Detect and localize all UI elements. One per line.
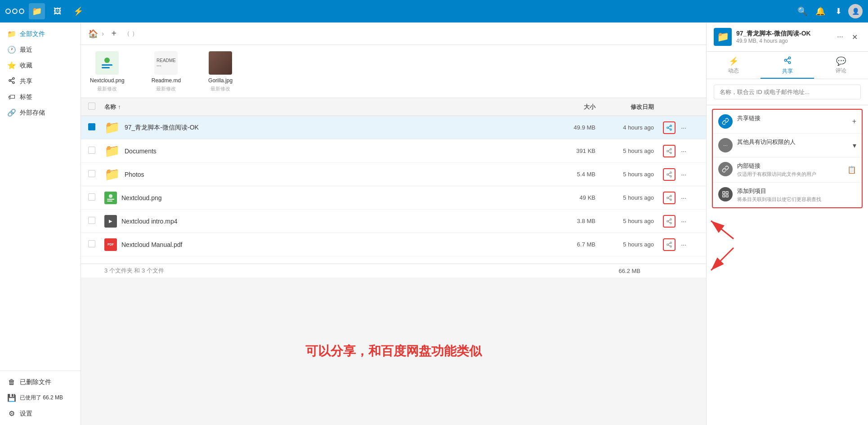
preview-item-0[interactable]: Nextcloud.png 最新修改 (90, 50, 125, 92)
share-link-add-btn[interactable]: + (852, 117, 856, 125)
tab-activity[interactable]: ⚡ 动态 (707, 52, 761, 79)
file-row[interactable]: PDF Nextcloud Manual.pdf 6.7 MB 5 hours … (81, 233, 706, 256)
other-users-item[interactable]: ··· 其他具有访问权限的人 ▾ (713, 134, 862, 157)
preview-item-2[interactable]: Gorilla.jpg 最新修改 (208, 50, 233, 92)
row-check[interactable] (88, 170, 104, 179)
user-avatar[interactable]: 👤 (848, 4, 863, 18)
sidebar-item-label: 设置 (20, 410, 32, 418)
more-btn[interactable]: ··· (677, 215, 690, 228)
row-date: 5 hours ago (604, 241, 663, 248)
folder-icon: 📁 (32, 6, 42, 16)
sidebar-item-all-files[interactable]: 📁 全部文件 (0, 26, 81, 42)
more-btn[interactable]: ··· (677, 145, 690, 157)
svg-rect-24 (107, 199, 114, 200)
internal-link-item[interactable]: 内部链接 仅适用于有权限访问此文件夹的用户 📋 (713, 157, 862, 183)
topbar: 📁 🖼 ⚡ 🔍 🔔 ⬇ 👤 (0, 0, 868, 22)
svg-line-40 (668, 243, 670, 244)
files-nav-btn[interactable]: 📁 (29, 3, 45, 19)
share-btn[interactable] (663, 192, 676, 204)
row-date: 5 hours ago (604, 171, 663, 178)
more-btn[interactable]: ··· (677, 121, 690, 134)
svg-line-17 (668, 149, 670, 150)
sidebar-item-label: 全部文件 (20, 30, 45, 38)
more-btn[interactable]: ··· (677, 168, 690, 181)
sidebar-item-deleted[interactable]: 🗑 已删除文件 (0, 375, 81, 390)
download-btn[interactable]: ⬇ (830, 3, 846, 19)
other-users-expand-btn[interactable]: ▾ (853, 141, 856, 150)
preview-sub-0: 最新修改 (97, 85, 117, 92)
tag-icon: 🏷 (7, 93, 16, 101)
rp-title-area: 97_青龙脚本-微信阅读-OK 49.9 MB, 4 hours ago (736, 30, 829, 44)
tab-sharing[interactable]: 共享 (761, 52, 814, 79)
topbar-right: 🔍 🔔 ⬇ 👤 (794, 3, 863, 19)
svg-line-39 (668, 245, 670, 246)
share-search-input[interactable] (714, 85, 861, 99)
notifications-btn[interactable]: 🔔 (812, 3, 828, 19)
bell-icon: 🔔 (815, 6, 825, 16)
other-users-title: 其他具有访问权限的人 (737, 138, 848, 146)
check-all[interactable] (88, 103, 104, 111)
col-date[interactable]: 修改日期 (604, 103, 663, 111)
sidebar-item-settings[interactable]: ⚙ 设置 (0, 406, 81, 421)
sidebar-item-favorites[interactable]: ⭐ 收藏 (0, 58, 81, 73)
file-row[interactable]: ▶ Nextcloud intro.mp4 3.8 MB 5 hours ago… (81, 210, 706, 233)
file-row[interactable]: 📁 97_青龙脚本-微信阅读-OK 49.9 MB 4 hours ago ··… (81, 116, 706, 139)
sidebar-item-tags[interactable]: 🏷 标签 (0, 89, 81, 105)
share-btn[interactable] (663, 238, 676, 251)
comments-tab-icon: 💬 (836, 56, 846, 66)
close-panel-btn[interactable]: ✕ (848, 31, 861, 43)
row-name: ▶ Nextcloud intro.mp4 (104, 215, 559, 228)
svg-rect-49 (723, 195, 725, 197)
row-actions: ··· (663, 215, 699, 228)
file-row[interactable]: Nextcloud.png 49 KB 5 hours ago ··· (81, 186, 706, 210)
file-row[interactable]: 📁 Documents 391 KB 5 hours ago ··· (81, 139, 706, 163)
file-row[interactable]: 📁 Photos 5.4 MB 5 hours ago ··· (81, 163, 706, 186)
svg-rect-48 (726, 195, 728, 197)
more-btn[interactable]: ··· (677, 192, 690, 204)
sidebar-item-shared[interactable]: 共享 (0, 73, 81, 89)
rp-header: 📁 97_青龙脚本-微信阅读-OK 49.9 MB, 4 hours ago ·… (707, 22, 868, 52)
add-project-desc: 将条目关联到项目以使它们更容易查找 (737, 196, 856, 203)
sidebar-item-external[interactable]: 🔗 外部存储 (0, 105, 81, 121)
download-icon: ⬇ (835, 6, 842, 16)
activity-nav-btn[interactable]: ⚡ (70, 3, 86, 19)
share-link-item[interactable]: 共享链接 + (713, 110, 862, 134)
sidebar-item-label: 共享 (20, 77, 32, 85)
photos-nav-btn[interactable]: 🖼 (49, 3, 66, 19)
svg-point-42 (784, 59, 787, 62)
tab-label: 动态 (728, 67, 739, 75)
new-file-btn[interactable]: + (107, 27, 120, 40)
share-btn[interactable] (663, 168, 676, 181)
row-check[interactable] (88, 147, 104, 156)
trash-icon: 🗑 (7, 378, 16, 386)
preview-name-2: Gorilla.jpg (208, 77, 233, 84)
row-check[interactable] (88, 193, 104, 202)
share-btn[interactable] (663, 215, 676, 228)
row-check[interactable] (88, 240, 104, 249)
checkbox-all[interactable] (88, 103, 95, 110)
svg-line-11 (668, 128, 670, 129)
svg-point-41 (788, 57, 791, 59)
share-btn[interactable] (663, 121, 676, 134)
rp-title: 97_青龙脚本-微信阅读-OK (736, 30, 829, 38)
svg-point-2 (13, 82, 14, 84)
tab-comments[interactable]: 💬 评论 (814, 52, 868, 79)
home-btn[interactable]: 🏠 (88, 29, 98, 39)
svg-point-10 (670, 129, 672, 130)
internal-link-copy-btn[interactable]: 📋 (847, 166, 856, 174)
preview-item-1[interactable]: README--- Readme.md 最新修改 (152, 50, 181, 92)
row-check[interactable] (88, 217, 104, 226)
sidebar-item-recent[interactable]: 🕐 最近 (0, 42, 81, 58)
col-name[interactable]: 名称 ↑ (104, 103, 559, 111)
svg-point-13 (670, 148, 672, 150)
tab-label: 评论 (836, 67, 846, 75)
row-check[interactable] (88, 123, 104, 132)
more-options-btn[interactable]: ··· (834, 31, 846, 43)
more-btn[interactable]: ··· (677, 238, 690, 251)
search-btn[interactable]: 🔍 (794, 3, 810, 19)
col-size[interactable]: 大小 (559, 103, 604, 111)
share-btn[interactable] (663, 145, 676, 157)
add-project-item[interactable]: 添加到项目 将条目关联到项目以使它们更容易查找 (713, 183, 862, 207)
sidebar-bottom: 🗑 已删除文件 💾 已使用了 66.2 MB ⚙ 设置 (0, 371, 81, 421)
row-size: 3.8 MB (559, 218, 604, 224)
